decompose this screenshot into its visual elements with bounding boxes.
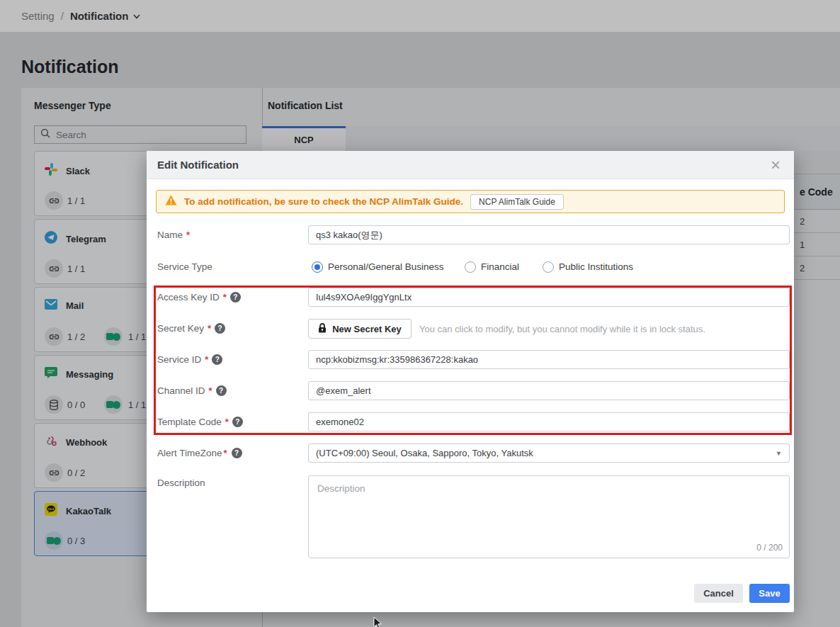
radio-public-institutions[interactable]: Public Institutions	[543, 257, 633, 276]
ncp-alimtalk-guide-button[interactable]: NCP AlimTalk Guide	[470, 194, 564, 210]
template-code-label: Template Code * ?	[157, 412, 243, 431]
radio-personal-general-business[interactable]: Personal/General Business	[312, 257, 444, 276]
service-id-field[interactable]	[308, 350, 790, 369]
description-label: Description	[157, 475, 205, 490]
help-icon[interactable]: ?	[216, 385, 227, 396]
radio-on-icon[interactable]	[312, 261, 323, 273]
description-field[interactable]	[308, 475, 790, 558]
radio-off-icon[interactable]	[465, 261, 476, 273]
warning-text: To add notification, be sure to check th…	[184, 196, 463, 207]
service-type-label: Service Type	[157, 257, 212, 276]
chevron-down-icon: ▼	[776, 450, 782, 457]
name-field[interactable]	[308, 225, 790, 244]
access-key-field[interactable]	[308, 288, 790, 307]
edit-notification-modal: Edit Notification × To add notification,…	[147, 151, 794, 612]
required-mark: *	[209, 385, 212, 396]
required-mark: *	[225, 417, 229, 427]
service-id-label: Service ID * ?	[157, 350, 222, 369]
secret-key-label: Secret Key * ?	[157, 319, 225, 338]
warning-icon	[165, 195, 177, 208]
required-mark: *	[224, 448, 227, 458]
description-field-wrap: 0 / 200	[308, 475, 790, 558]
alert-timezone-label: Alert TimeZone * ?	[157, 444, 242, 463]
channel-id-label: Channel ID * ?	[157, 381, 227, 400]
help-icon[interactable]: ?	[232, 448, 242, 458]
secret-key-help-text: You can click to modify, but you cannot …	[419, 319, 705, 339]
char-counter: 0 / 200	[756, 543, 783, 553]
modal-title: Edit Notification	[157, 151, 239, 179]
required-mark: *	[208, 323, 211, 334]
radio-off-icon[interactable]	[543, 261, 554, 273]
modal-header: Edit Notification ×	[147, 151, 794, 179]
alimtalk-warning-banner: To add notification, be sure to check th…	[156, 190, 785, 213]
save-button[interactable]: Save	[749, 584, 790, 603]
cancel-button[interactable]: Cancel	[694, 584, 743, 603]
help-icon[interactable]: ?	[212, 354, 222, 365]
required-mark: *	[223, 292, 227, 303]
required-mark: *	[186, 230, 190, 240]
timezone-select[interactable]: (UTC+09:00) Seoul, Osaka, Sapporo, Tokyo…	[308, 444, 790, 463]
help-icon[interactable]: ?	[230, 292, 241, 303]
new-secret-key-button[interactable]: New Secret Key	[308, 319, 412, 339]
help-icon[interactable]: ?	[215, 323, 225, 334]
lock-icon	[318, 323, 327, 335]
channel-id-field[interactable]	[308, 381, 790, 400]
radio-financial[interactable]: Financial	[465, 257, 519, 276]
template-code-field[interactable]	[308, 412, 790, 431]
access-key-label: Access Key ID * ?	[157, 288, 241, 307]
required-mark: *	[205, 354, 208, 365]
help-icon[interactable]: ?	[232, 417, 243, 427]
name-label: Name *	[157, 225, 190, 244]
close-icon[interactable]: ×	[766, 154, 785, 176]
